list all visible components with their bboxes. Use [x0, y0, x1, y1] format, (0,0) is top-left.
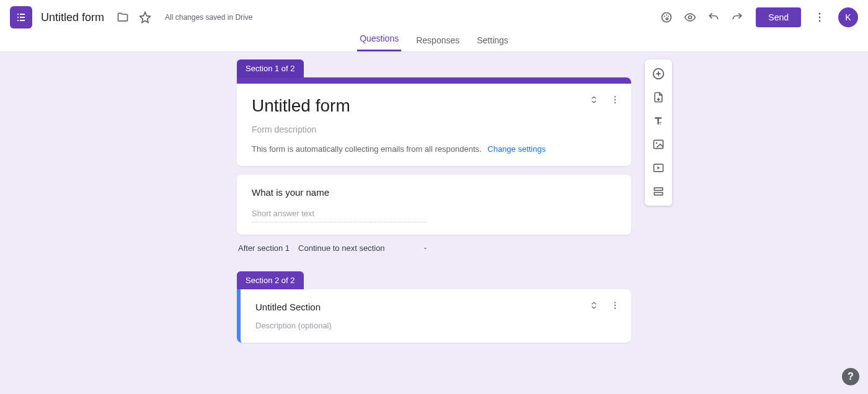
- collapse-section-icon[interactable]: [589, 95, 599, 105]
- svg-point-25: [614, 99, 616, 100]
- svg-text:T: T: [659, 121, 662, 126]
- email-notice-text: This form is automatically collecting em…: [252, 144, 482, 154]
- svg-rect-22: [654, 188, 662, 190]
- more-icon[interactable]: [808, 6, 831, 28]
- svg-point-7: [664, 15, 665, 17]
- undo-icon[interactable]: [702, 6, 725, 28]
- customize-theme-icon[interactable]: [655, 6, 678, 28]
- svg-rect-2: [17, 17, 19, 18]
- app-header: Untitled form All changes saved in Drive…: [0, 0, 868, 35]
- svg-point-6: [662, 13, 671, 22]
- svg-point-12: [819, 13, 821, 15]
- svg-rect-1: [20, 14, 25, 15]
- form-description[interactable]: Form description: [252, 125, 616, 134]
- svg-point-9: [668, 15, 670, 17]
- add-question-icon[interactable]: [647, 63, 670, 84]
- svg-rect-23: [654, 193, 662, 195]
- svg-rect-4: [17, 20, 19, 21]
- svg-point-10: [666, 18, 668, 20]
- section-2-header-card[interactable]: Untitled Section Description (optional): [237, 289, 631, 343]
- add-video-icon[interactable]: [647, 157, 670, 178]
- floating-toolbar: T: [645, 59, 672, 206]
- account-avatar[interactable]: K: [838, 7, 858, 27]
- change-settings-link[interactable]: Change settings: [487, 144, 546, 154]
- section-2-title[interactable]: Untitled Section: [255, 302, 616, 312]
- form-title[interactable]: Untitled form: [41, 11, 104, 24]
- svg-point-14: [819, 20, 821, 22]
- short-answer-placeholder: Short answer text: [252, 209, 427, 222]
- add-image-icon[interactable]: [647, 134, 670, 155]
- chevron-down-icon: [422, 245, 428, 252]
- section-2-badge: Section 2 of 2: [237, 271, 304, 289]
- star-icon[interactable]: [134, 6, 156, 28]
- preview-icon[interactable]: [679, 6, 701, 28]
- tab-bar: Questions Responses Settings: [0, 35, 868, 52]
- tab-settings[interactable]: Settings: [474, 35, 511, 51]
- svg-point-28: [614, 305, 616, 306]
- svg-rect-19: [654, 140, 663, 148]
- section-more-icon[interactable]: [610, 95, 620, 105]
- section-1-header-card[interactable]: Untitled form Form description This form…: [237, 77, 631, 166]
- tab-questions[interactable]: Questions: [357, 33, 401, 51]
- import-questions-icon[interactable]: [647, 87, 670, 108]
- question-card-1[interactable]: What is your name Short answer text: [237, 175, 631, 235]
- save-status: All changes saved in Drive: [165, 13, 252, 22]
- svg-point-26: [614, 102, 616, 103]
- svg-point-11: [689, 16, 692, 19]
- email-collect-notice: This form is automatically collecting em…: [252, 144, 616, 154]
- question-title[interactable]: What is your name: [252, 187, 616, 198]
- move-to-folder-icon[interactable]: [112, 6, 134, 28]
- collapse-section-2-icon[interactable]: [589, 300, 599, 310]
- svg-point-13: [819, 17, 821, 19]
- after-section-row: After section 1 Continue to next section: [238, 243, 631, 253]
- tab-responses[interactable]: Responses: [414, 35, 462, 51]
- svg-rect-0: [17, 14, 19, 15]
- send-button[interactable]: Send: [756, 7, 801, 27]
- svg-point-29: [614, 308, 616, 309]
- svg-rect-5: [20, 20, 25, 21]
- form-main-title[interactable]: Untitled form: [252, 96, 616, 116]
- svg-rect-3: [20, 17, 25, 18]
- add-section-icon[interactable]: [647, 181, 670, 202]
- redo-icon[interactable]: [726, 6, 748, 28]
- help-button[interactable]: ?: [842, 368, 859, 385]
- forms-logo[interactable]: [10, 6, 32, 28]
- svg-point-8: [666, 14, 667, 15]
- add-title-icon[interactable]: T: [647, 110, 670, 131]
- after-section-option: Continue to next section: [298, 243, 384, 253]
- section-1-badge: Section 1 of 2: [237, 59, 304, 77]
- after-section-select[interactable]: Continue to next section: [298, 243, 428, 253]
- after-section-label: After section 1: [238, 243, 290, 253]
- editor-canvas: T Section 1 of 2 Untitled form Form desc…: [0, 52, 868, 394]
- svg-point-27: [614, 302, 616, 303]
- svg-point-24: [614, 96, 616, 97]
- section-2-more-icon[interactable]: [610, 300, 620, 310]
- svg-point-20: [656, 142, 658, 144]
- section-2-description[interactable]: Description (optional): [255, 321, 616, 330]
